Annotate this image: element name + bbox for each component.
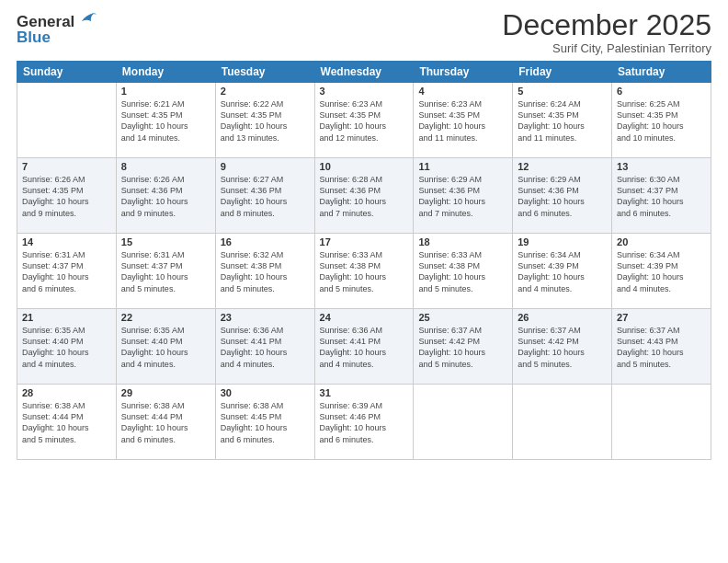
day-info: Sunrise: 6:38 AM Sunset: 4:44 PM Dayligh…: [121, 400, 210, 445]
day-info: Sunrise: 6:37 AM Sunset: 4:42 PM Dayligh…: [518, 325, 607, 370]
calendar-cell: 9Sunrise: 6:27 AM Sunset: 4:36 PM Daylig…: [215, 158, 314, 234]
day-info: Sunrise: 6:27 AM Sunset: 4:36 PM Dayligh…: [221, 174, 310, 219]
calendar-cell: 5Sunrise: 6:24 AM Sunset: 4:35 PM Daylig…: [513, 83, 612, 158]
calendar-cell: 30Sunrise: 6:38 AM Sunset: 4:45 PM Dayli…: [215, 385, 314, 460]
day-number: 28: [22, 387, 111, 398]
calendar-cell: 27Sunrise: 6:37 AM Sunset: 4:43 PM Dayli…: [612, 309, 711, 385]
calendar-cell: 4Sunrise: 6:23 AM Sunset: 4:35 PM Daylig…: [414, 83, 513, 158]
day-info: Sunrise: 6:34 AM Sunset: 4:39 PM Dayligh…: [518, 249, 607, 294]
day-number: 22: [121, 312, 210, 323]
calendar-header-row: SundayMondayTuesdayWednesdayThursdayFrid…: [17, 62, 711, 83]
day-info: Sunrise: 6:31 AM Sunset: 4:37 PM Dayligh…: [22, 249, 111, 294]
calendar-cell: 3Sunrise: 6:23 AM Sunset: 4:35 PM Daylig…: [314, 83, 414, 158]
calendar-cell: 15Sunrise: 6:31 AM Sunset: 4:37 PM Dayli…: [116, 234, 215, 309]
calendar-cell: [17, 83, 117, 158]
col-header-saturday: Saturday: [612, 62, 711, 83]
day-info: Sunrise: 6:38 AM Sunset: 4:45 PM Dayligh…: [221, 400, 310, 445]
day-number: 5: [518, 86, 607, 97]
col-header-wednesday: Wednesday: [314, 62, 414, 83]
calendar-cell: 21Sunrise: 6:35 AM Sunset: 4:40 PM Dayli…: [17, 309, 117, 385]
calendar-cell: 18Sunrise: 6:33 AM Sunset: 4:38 PM Dayli…: [414, 234, 513, 309]
calendar-cell: 25Sunrise: 6:37 AM Sunset: 4:42 PM Dayli…: [414, 309, 513, 385]
col-header-thursday: Thursday: [414, 62, 513, 83]
day-info: Sunrise: 6:34 AM Sunset: 4:39 PM Dayligh…: [617, 249, 706, 294]
logo-bird-icon: [76, 9, 97, 29]
calendar-week-row: 28Sunrise: 6:38 AM Sunset: 4:44 PM Dayli…: [17, 385, 711, 460]
day-number: 31: [320, 387, 409, 398]
day-number: 17: [320, 236, 409, 247]
day-info: Sunrise: 6:38 AM Sunset: 4:44 PM Dayligh…: [22, 400, 111, 445]
day-info: Sunrise: 6:37 AM Sunset: 4:42 PM Dayligh…: [418, 325, 507, 370]
day-number: 20: [617, 236, 706, 247]
day-info: Sunrise: 6:36 AM Sunset: 4:41 PM Dayligh…: [320, 325, 409, 370]
calendar-cell: 26Sunrise: 6:37 AM Sunset: 4:42 PM Dayli…: [513, 309, 612, 385]
day-number: 30: [221, 387, 310, 398]
day-number: 3: [320, 86, 409, 97]
calendar-cell: 8Sunrise: 6:26 AM Sunset: 4:36 PM Daylig…: [116, 158, 215, 234]
day-info: Sunrise: 6:29 AM Sunset: 4:36 PM Dayligh…: [418, 174, 507, 219]
day-number: 9: [221, 161, 310, 172]
calendar-cell: 16Sunrise: 6:32 AM Sunset: 4:38 PM Dayli…: [215, 234, 314, 309]
day-number: 13: [617, 161, 706, 172]
month-title: December 2025: [502, 9, 711, 41]
calendar-cell: 11Sunrise: 6:29 AM Sunset: 4:36 PM Dayli…: [414, 158, 513, 234]
day-number: 11: [418, 161, 507, 172]
day-info: Sunrise: 6:29 AM Sunset: 4:36 PM Dayligh…: [518, 174, 607, 219]
calendar-cell: 17Sunrise: 6:33 AM Sunset: 4:38 PM Dayli…: [314, 234, 414, 309]
calendar-cell: 2Sunrise: 6:22 AM Sunset: 4:35 PM Daylig…: [215, 83, 314, 158]
calendar-cell: 20Sunrise: 6:34 AM Sunset: 4:39 PM Dayli…: [612, 234, 711, 309]
day-number: 26: [518, 312, 607, 323]
calendar-cell: 13Sunrise: 6:30 AM Sunset: 4:37 PM Dayli…: [612, 158, 711, 234]
day-info: Sunrise: 6:33 AM Sunset: 4:38 PM Dayligh…: [320, 249, 409, 294]
day-number: 1: [121, 86, 210, 97]
calendar-week-row: 21Sunrise: 6:35 AM Sunset: 4:40 PM Dayli…: [17, 309, 711, 385]
day-info: Sunrise: 6:26 AM Sunset: 4:36 PM Dayligh…: [121, 174, 210, 219]
logo-general: General: [17, 14, 74, 29]
calendar-cell: 14Sunrise: 6:31 AM Sunset: 4:37 PM Dayli…: [17, 234, 117, 309]
day-info: Sunrise: 6:32 AM Sunset: 4:38 PM Dayligh…: [221, 249, 310, 294]
calendar-cell: 28Sunrise: 6:38 AM Sunset: 4:44 PM Dayli…: [17, 385, 117, 460]
day-info: Sunrise: 6:30 AM Sunset: 4:37 PM Dayligh…: [617, 174, 706, 219]
calendar-week-row: 7Sunrise: 6:26 AM Sunset: 4:35 PM Daylig…: [17, 158, 711, 234]
calendar-cell: 10Sunrise: 6:28 AM Sunset: 4:36 PM Dayli…: [314, 158, 414, 234]
day-number: 7: [22, 161, 111, 172]
day-info: Sunrise: 6:33 AM Sunset: 4:38 PM Dayligh…: [418, 249, 507, 294]
calendar-cell: 19Sunrise: 6:34 AM Sunset: 4:39 PM Dayli…: [513, 234, 612, 309]
day-number: 25: [418, 312, 507, 323]
col-header-monday: Monday: [116, 62, 215, 83]
calendar-week-row: 1Sunrise: 6:21 AM Sunset: 4:35 PM Daylig…: [17, 83, 711, 158]
day-number: 27: [617, 312, 706, 323]
day-info: Sunrise: 6:36 AM Sunset: 4:41 PM Dayligh…: [221, 325, 310, 370]
day-number: 14: [22, 236, 111, 247]
day-info: Sunrise: 6:26 AM Sunset: 4:35 PM Dayligh…: [22, 174, 111, 219]
calendar-cell: 12Sunrise: 6:29 AM Sunset: 4:36 PM Dayli…: [513, 158, 612, 234]
calendar-cell: [414, 385, 513, 460]
day-number: 15: [121, 236, 210, 247]
day-number: 24: [320, 312, 409, 323]
header: General Blue December 2025 Surif City, P…: [17, 9, 711, 55]
calendar-cell: 29Sunrise: 6:38 AM Sunset: 4:44 PM Dayli…: [116, 385, 215, 460]
col-header-friday: Friday: [513, 62, 612, 83]
calendar-cell: [513, 385, 612, 460]
day-number: 2: [221, 86, 310, 97]
day-number: 6: [617, 86, 706, 97]
day-number: 10: [320, 161, 409, 172]
day-info: Sunrise: 6:23 AM Sunset: 4:35 PM Dayligh…: [320, 98, 409, 144]
day-info: Sunrise: 6:37 AM Sunset: 4:43 PM Dayligh…: [617, 325, 706, 370]
day-number: 23: [221, 312, 310, 323]
logo: General Blue: [17, 13, 97, 46]
day-info: Sunrise: 6:22 AM Sunset: 4:35 PM Dayligh…: [221, 98, 310, 144]
day-number: 29: [121, 387, 210, 398]
calendar: SundayMondayTuesdayWednesdayThursdayFrid…: [17, 61, 711, 460]
col-header-sunday: Sunday: [17, 62, 117, 83]
calendar-cell: 7Sunrise: 6:26 AM Sunset: 4:35 PM Daylig…: [17, 158, 117, 234]
calendar-cell: 31Sunrise: 6:39 AM Sunset: 4:46 PM Dayli…: [314, 385, 414, 460]
calendar-cell: 6Sunrise: 6:25 AM Sunset: 4:35 PM Daylig…: [612, 83, 711, 158]
day-info: Sunrise: 6:35 AM Sunset: 4:40 PM Dayligh…: [121, 325, 210, 370]
calendar-cell: [612, 385, 711, 460]
day-number: 12: [518, 161, 607, 172]
title-block: December 2025 Surif City, Palestinian Te…: [502, 9, 711, 55]
subtitle: Surif City, Palestinian Territory: [502, 41, 711, 55]
day-number: 16: [221, 236, 310, 247]
calendar-cell: 22Sunrise: 6:35 AM Sunset: 4:40 PM Dayli…: [116, 309, 215, 385]
